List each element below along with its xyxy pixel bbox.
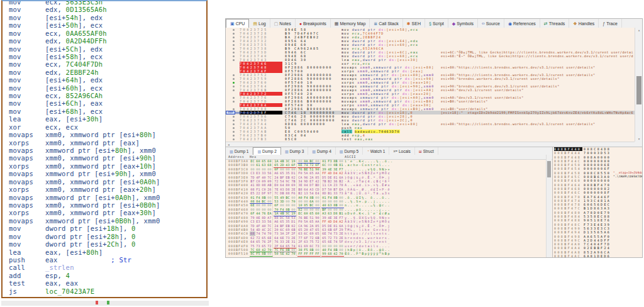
breakpoint-dot-icon[interactable] bbox=[233, 36, 235, 38]
tab-cpu[interactable]: ▣CPU bbox=[226, 19, 249, 28]
ida-code-line[interactable]: pusheax ; Str bbox=[9, 256, 205, 264]
stack-row[interactable]: 008BF4AC6A81DED6 bbox=[553, 254, 643, 257]
scroll-left-icon[interactable]: ◂ bbox=[226, 142, 231, 147]
ida-code-line[interactable]: movapsxmm0, xmmword ptr [esi+90h] bbox=[9, 154, 205, 162]
dump-tab-dump-3[interactable]: ▥Dump 3 bbox=[281, 147, 308, 155]
disasm-row[interactable]: 704237B385C0test eax,eax bbox=[226, 137, 635, 141]
breakpoint-dot-icon[interactable] bbox=[233, 48, 235, 50]
hex-byte[interactable]: FF bbox=[303, 252, 309, 256]
breakpoint-dot-icon[interactable] bbox=[233, 131, 235, 133]
ida-code-line[interactable]: xorpsxmm0, xmmword ptr [eax+20h] bbox=[9, 186, 205, 193]
dump-row[interactable]: 008BF5108CF58B00505E4270FFFFFFFF99684270… bbox=[226, 252, 552, 255]
tab-breakpoints[interactable]: ●Breakpoints bbox=[296, 19, 331, 28]
ida-code-line[interactable]: xorpsxmm0, xmmword ptr [eax+30h] bbox=[9, 209, 205, 216]
ida-code-line[interactable]: mov[esi+54h], edx bbox=[9, 14, 205, 21]
ida-code-line[interactable]: movecx, 7C404F7Dh bbox=[9, 60, 205, 68]
breakpoint-dot-icon[interactable] bbox=[233, 116, 235, 118]
breakpoint-dot-icon[interactable] bbox=[233, 55, 235, 57]
breakpoint-gutter[interactable] bbox=[226, 137, 238, 141]
breakpoint-dot-icon[interactable] bbox=[233, 127, 235, 129]
hex-byte[interactable]: FF bbox=[314, 252, 321, 256]
ida-code-line[interactable]: mov[esi+68h], ecx bbox=[9, 108, 205, 115]
breakpoint-dot-icon[interactable] bbox=[233, 52, 235, 53]
breakpoint-dot-icon[interactable] bbox=[233, 138, 235, 140]
hex-byte[interactable]: 99 bbox=[321, 252, 327, 256]
breakpoint-dot-icon[interactable] bbox=[233, 89, 235, 91]
dump-tab-dump-4[interactable]: ▥Dump 4 bbox=[308, 147, 335, 155]
breakpoint-dot-icon[interactable] bbox=[233, 135, 235, 137]
ida-code-line[interactable]: movapsxmmword ptr [esi+80h], xmm0 bbox=[9, 147, 205, 154]
ida-code-line[interactable]: movapsxmmword ptr [esi+0A0h], xmm0 bbox=[9, 194, 205, 201]
breakpoint-dot-icon[interactable] bbox=[233, 120, 235, 121]
hex-byte[interactable]: F5 bbox=[255, 252, 261, 256]
instruction-address[interactable]: 704237B3 bbox=[240, 137, 282, 141]
ida-code-line[interactable]: movdword ptr [esi+28h], 0 bbox=[9, 233, 205, 240]
dump-tab-dump-5[interactable]: ▥Dump 5 bbox=[336, 147, 363, 155]
ida-code-line[interactable]: movapsxmm0, xmmword ptr [esi+80h] bbox=[9, 131, 205, 138]
ida-code-line[interactable]: movedx, 2EBBF24h bbox=[9, 69, 205, 76]
ida-code-line[interactable]: mov[esi+50h], ecx bbox=[9, 21, 205, 29]
breakpoint-dot-icon[interactable] bbox=[233, 108, 235, 110]
ida-code-line[interactable]: movedx, 0D13565A6h bbox=[9, 6, 205, 13]
ida-code-line[interactable]: movapsxmmword ptr [esi+90h], xmm0 bbox=[9, 170, 205, 177]
tab-source[interactable]: ‹›Source bbox=[478, 19, 504, 28]
ida-code-line[interactable]: leaeax, [esi+80h] bbox=[9, 248, 205, 256]
disassembly-pane[interactable]: 70423725894E 58mov dword ptr ds:[esi+58]… bbox=[226, 28, 635, 142]
ida-code-line[interactable]: movdword ptr [esi+2Ch], 0 bbox=[9, 240, 205, 248]
ida-code-line[interactable]: movedx, 0A2D44DFFh bbox=[9, 37, 205, 45]
bookmark-dot-icon[interactable] bbox=[233, 82, 235, 84]
ida-code-line[interactable]: mov[esi+60h], ecx bbox=[9, 84, 205, 92]
breakpoint-dot-icon[interactable] bbox=[233, 29, 235, 31]
ida-code-line[interactable]: mov[esi+6Ch], eax bbox=[9, 99, 205, 107]
ida-code-line[interactable]: movecx, 5633E3C3h bbox=[9, 0, 205, 6]
ida-code-line[interactable]: movdword ptr [esi+18h], 0 bbox=[9, 225, 205, 232]
breakpoint-dot-icon[interactable] bbox=[233, 59, 235, 61]
breakpoint-dot-icon[interactable] bbox=[233, 40, 235, 42]
dump-vscrollbar[interactable] bbox=[546, 155, 552, 257]
tab-handles[interactable]: ❖Handles bbox=[569, 19, 599, 28]
scroll-down-icon[interactable]: ▾ bbox=[636, 137, 641, 142]
tab-log[interactable]: ▤Log bbox=[249, 19, 270, 28]
ida-code-line[interactable]: xorecx, ecx bbox=[9, 123, 205, 131]
ida-code-line[interactable]: addesp, 4 bbox=[9, 272, 205, 279]
ida-code-line[interactable]: testeax, eax bbox=[9, 279, 205, 287]
hex-byte[interactable]: 50 bbox=[274, 252, 279, 255]
breakpoint-dot-icon[interactable] bbox=[233, 74, 235, 76]
tab-threads[interactable]: ⇄Threads bbox=[540, 19, 570, 28]
hex-byte[interactable]: 00 bbox=[267, 252, 273, 256]
tab-notes[interactable]: ▢Notes bbox=[270, 19, 296, 28]
hex-byte[interactable]: 42 bbox=[285, 252, 291, 255]
ida-code-line[interactable]: mov[esi+58h], ecx bbox=[9, 53, 205, 60]
ida-code-line[interactable]: mov[esi+64h], edx bbox=[9, 76, 205, 84]
dump-vscroll-thumb[interactable] bbox=[547, 161, 551, 177]
hex-byte[interactable]: FF bbox=[297, 252, 303, 256]
disassembly-vscrollbar[interactable]: ▴ ▾ bbox=[635, 28, 642, 142]
tab-references[interactable]: ◉References bbox=[504, 19, 540, 28]
ida-scrollbar[interactable] bbox=[1, 301, 209, 306]
breakpoint-dot-icon[interactable] bbox=[233, 101, 235, 103]
breakpoint-dot-icon[interactable] bbox=[233, 86, 235, 87]
disassembly-vscroll-thumb[interactable] bbox=[636, 76, 641, 104]
hex-byte[interactable]: 42 bbox=[333, 252, 338, 256]
tab-script[interactable]: §Script bbox=[425, 19, 448, 28]
breakpoint-dot-icon[interactable] bbox=[233, 78, 235, 80]
tab-seh[interactable]: ✱SEH bbox=[403, 19, 425, 28]
ida-code-line[interactable]: movapsxmm0, xmmword ptr [esi+0B0h] bbox=[9, 201, 205, 209]
dump-tab-watch-1[interactable]: ◔Watch 1 bbox=[363, 147, 389, 155]
hex-byte[interactable]: FF bbox=[309, 252, 314, 256]
ida-code-line[interactable]: movapsxmmword ptr [esi+0B0h], xmm0 bbox=[9, 217, 205, 225]
ida-code-line[interactable]: call_strlen bbox=[9, 264, 205, 271]
breakpoint-dot-icon[interactable] bbox=[233, 97, 235, 99]
tab-call-stack[interactable]: ≣Call Stack bbox=[370, 19, 402, 28]
scroll-up-icon[interactable]: ▴ bbox=[636, 28, 641, 33]
ida-code-line[interactable]: movecx, 0AA655AF0h bbox=[9, 30, 205, 37]
dump-tab-locals[interactable]: x=Locals bbox=[389, 147, 414, 155]
tab-memory-map[interactable]: ▦Memory Map bbox=[331, 19, 370, 28]
hex-byte[interactable]: 68 bbox=[327, 252, 333, 256]
hex-byte[interactable]: 8C bbox=[250, 252, 255, 256]
dump-tab-dump-1[interactable]: ▥Dump 1 bbox=[226, 147, 253, 155]
tab-symbols[interactable]: ◆Symbols bbox=[448, 19, 478, 28]
ida-code-line[interactable]: mov[esi+5Ch], edx bbox=[9, 45, 205, 53]
tab-trace[interactable]: ƒTrace bbox=[599, 19, 622, 28]
breakpoint-dot-icon[interactable] bbox=[233, 123, 235, 125]
